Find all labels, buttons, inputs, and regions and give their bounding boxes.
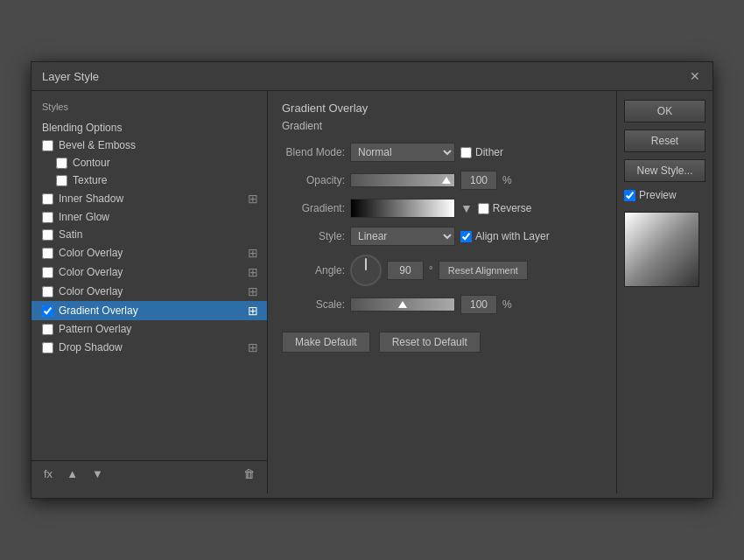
opacity-label: Opacity: bbox=[282, 174, 345, 186]
sidebar-item-blending-options[interactable]: Blending Options bbox=[32, 119, 267, 136]
layer-style-dialog: Layer Style ✕ Styles Blending Options Be… bbox=[31, 61, 713, 499]
drop-shadow-label: Drop Shadow bbox=[59, 341, 246, 354]
scale-slider[interactable] bbox=[350, 298, 455, 312]
sidebar-item-satin[interactable]: Satin bbox=[32, 226, 267, 243]
move-down-button[interactable]: ▼ bbox=[88, 466, 107, 481]
opacity-slider[interactable] bbox=[350, 173, 455, 187]
blending-options-label: Blending Options bbox=[42, 122, 260, 134]
color-overlay-1-label: Color Overlay bbox=[59, 247, 246, 259]
left-panel-footer: fx ▲ ▼ 🗑 bbox=[32, 460, 267, 486]
fx-button[interactable]: fx bbox=[40, 466, 56, 481]
opacity-input[interactable] bbox=[460, 171, 497, 190]
sidebar-item-gradient-overlay[interactable]: Gradient Overlay ⊞ bbox=[32, 301, 267, 320]
drop-shadow-checkbox[interactable] bbox=[42, 342, 53, 354]
angle-label: Angle: bbox=[282, 264, 345, 276]
center-panel: Gradient Overlay Gradient Blend Mode: No… bbox=[268, 91, 616, 494]
sidebar-item-drop-shadow[interactable]: Drop Shadow ⊞ bbox=[32, 338, 267, 357]
color-overlay-2-checkbox[interactable] bbox=[42, 267, 53, 278]
contour-checkbox[interactable] bbox=[56, 158, 67, 169]
blend-mode-select[interactable]: Normal Dissolve Multiply Screen Overlay bbox=[350, 143, 455, 162]
styles-header: Styles bbox=[42, 102, 256, 112]
reset-to-default-button[interactable]: Reset to Default bbox=[379, 332, 481, 353]
opacity-slider-thumb bbox=[442, 177, 451, 184]
angle-input[interactable] bbox=[387, 261, 424, 280]
satin-label: Satin bbox=[59, 228, 260, 241]
gradient-overlay-add-icon[interactable]: ⊞ bbox=[246, 304, 260, 318]
gradient-row: Gradient: ▼ Reverse bbox=[282, 199, 602, 218]
color-overlay-3-checkbox[interactable] bbox=[42, 286, 53, 298]
style-select[interactable]: Linear Radial Angle Reflected Diamond bbox=[350, 227, 455, 246]
blend-mode-row: Blend Mode: Normal Dissolve Multiply Scr… bbox=[282, 143, 602, 162]
bevel-emboss-checkbox[interactable] bbox=[42, 140, 53, 151]
close-button[interactable]: ✕ bbox=[688, 69, 702, 83]
reset-button[interactable]: Reset bbox=[624, 130, 705, 152]
texture-checkbox[interactable] bbox=[56, 175, 67, 186]
inner-shadow-add-icon[interactable]: ⊞ bbox=[246, 192, 260, 206]
sidebar-item-texture[interactable]: Texture bbox=[32, 172, 267, 189]
move-up-button[interactable]: ▲ bbox=[63, 466, 81, 481]
inner-shadow-checkbox[interactable] bbox=[42, 193, 53, 205]
sidebar-item-pattern-overlay[interactable]: Pattern Overlay bbox=[32, 320, 267, 338]
contour-label: Contour bbox=[73, 157, 260, 169]
delete-button[interactable]: 🗑 bbox=[240, 466, 258, 481]
title-bar: Layer Style ✕ bbox=[32, 62, 712, 91]
preview-checkbox[interactable] bbox=[624, 190, 635, 201]
gradient-overlay-checkbox[interactable] bbox=[42, 305, 53, 317]
preview-label: Preview bbox=[624, 189, 705, 201]
ok-button[interactable]: OK bbox=[624, 100, 705, 122]
right-panel: OK Reset New Style... Preview bbox=[616, 91, 712, 494]
gradient-dropdown-icon[interactable]: ▼ bbox=[460, 201, 473, 215]
sidebar-item-color-overlay-2[interactable]: Color Overlay ⊞ bbox=[32, 262, 267, 282]
bottom-buttons: Make Default Reset to Default bbox=[282, 332, 602, 353]
dither-label: Dither bbox=[460, 146, 503, 158]
reverse-checkbox[interactable] bbox=[478, 203, 489, 214]
sidebar-item-color-overlay-1[interactable]: Color Overlay ⊞ bbox=[32, 243, 267, 262]
opacity-unit: % bbox=[502, 174, 512, 186]
sidebar-item-bevel-emboss[interactable]: Bevel & Emboss bbox=[32, 136, 267, 154]
blend-mode-label: Blend Mode: bbox=[282, 146, 345, 158]
scale-slider-thumb bbox=[398, 301, 407, 308]
angle-line bbox=[365, 258, 367, 270]
pattern-overlay-checkbox[interactable] bbox=[42, 324, 53, 335]
align-checkbox[interactable] bbox=[460, 231, 472, 242]
scale-input[interactable] bbox=[460, 295, 497, 314]
style-label: Style: bbox=[282, 230, 345, 242]
preview-box bbox=[624, 212, 699, 287]
angle-widget[interactable] bbox=[350, 255, 382, 286]
gradient-label: Gradient: bbox=[282, 202, 345, 214]
gradient-preview[interactable] bbox=[350, 199, 455, 218]
texture-label: Texture bbox=[73, 174, 260, 186]
sidebar-item-contour[interactable]: Contour bbox=[32, 154, 267, 172]
color-overlay-3-label: Color Overlay bbox=[59, 285, 246, 298]
new-style-button[interactable]: New Style... bbox=[624, 159, 705, 182]
dialog-title: Layer Style bbox=[42, 70, 99, 83]
angle-unit: ° bbox=[429, 264, 433, 276]
inner-shadow-label: Inner Shadow bbox=[59, 192, 246, 205]
inner-glow-label: Inner Glow bbox=[59, 211, 260, 223]
panel-subtitle: Gradient bbox=[282, 120, 602, 132]
scale-row: Scale: % bbox=[282, 295, 602, 314]
opacity-row: Opacity: % bbox=[282, 171, 602, 190]
color-overlay-1-checkbox[interactable] bbox=[42, 248, 53, 259]
sidebar-item-inner-shadow[interactable]: Inner Shadow ⊞ bbox=[32, 189, 267, 208]
drop-shadow-add-icon[interactable]: ⊞ bbox=[246, 340, 260, 354]
color-overlay-3-add-icon[interactable]: ⊞ bbox=[246, 284, 260, 298]
scale-label: Scale: bbox=[282, 298, 345, 311]
satin-checkbox[interactable] bbox=[42, 229, 53, 241]
reverse-label: Reverse bbox=[478, 202, 532, 214]
angle-row: Angle: ° Reset Alignment bbox=[282, 255, 602, 286]
make-default-button[interactable]: Make Default bbox=[282, 332, 370, 353]
dither-checkbox[interactable] bbox=[460, 147, 472, 158]
sidebar-item-inner-glow[interactable]: Inner Glow bbox=[32, 208, 267, 226]
sidebar-item-color-overlay-3[interactable]: Color Overlay ⊞ bbox=[32, 282, 267, 301]
dialog-body: Styles Blending Options Bevel & Emboss C… bbox=[32, 91, 712, 494]
align-label: Align with Layer bbox=[460, 230, 550, 242]
bevel-emboss-label: Bevel & Emboss bbox=[59, 139, 260, 151]
styles-section: Styles bbox=[32, 98, 267, 119]
color-overlay-1-add-icon[interactable]: ⊞ bbox=[246, 246, 260, 260]
reset-alignment-button[interactable]: Reset Alignment bbox=[439, 261, 528, 280]
gradient-overlay-label: Gradient Overlay bbox=[59, 304, 246, 317]
pattern-overlay-label: Pattern Overlay bbox=[59, 323, 260, 335]
color-overlay-2-add-icon[interactable]: ⊞ bbox=[246, 265, 260, 279]
inner-glow-checkbox[interactable] bbox=[42, 212, 53, 223]
